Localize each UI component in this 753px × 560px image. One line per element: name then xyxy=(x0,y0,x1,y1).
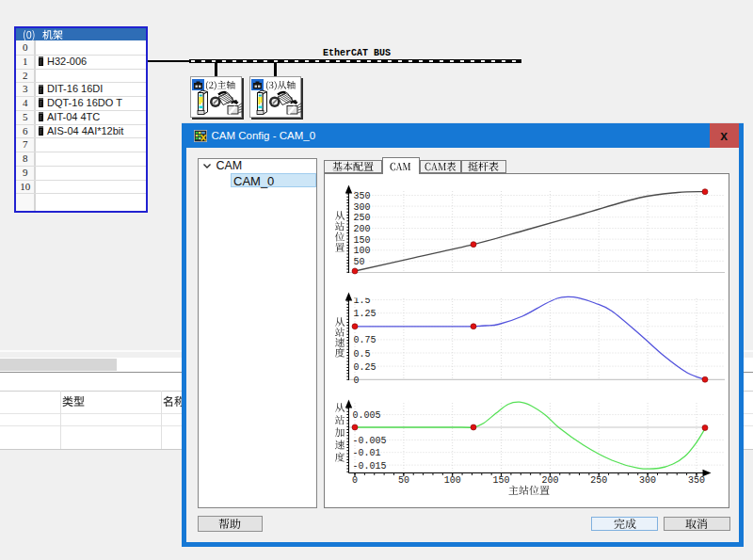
svg-text:150: 150 xyxy=(354,235,371,246)
svg-text:200: 200 xyxy=(354,224,371,234)
svg-text:300: 300 xyxy=(639,475,656,486)
svg-text:250: 250 xyxy=(354,213,371,223)
svg-text:0.75: 0.75 xyxy=(354,335,376,345)
svg-text:0: 0 xyxy=(352,475,358,486)
svg-text:250: 250 xyxy=(590,475,607,486)
svg-text:0.5: 0.5 xyxy=(354,349,371,360)
svg-text:100: 100 xyxy=(444,475,461,486)
svg-text:50: 50 xyxy=(354,257,365,267)
svg-text:200: 200 xyxy=(541,475,558,486)
svg-text:350: 350 xyxy=(354,191,371,201)
svg-text:0.25: 0.25 xyxy=(354,362,376,373)
svg-text:350: 350 xyxy=(688,475,705,486)
svg-text:1.5: 1.5 xyxy=(354,296,371,306)
svg-text:0: 0 xyxy=(354,376,360,386)
svg-text:-0.015: -0.015 xyxy=(353,461,387,472)
svg-text:50: 50 xyxy=(398,475,409,486)
svg-text:-0.01: -0.01 xyxy=(353,448,381,458)
svg-text:150: 150 xyxy=(492,475,509,486)
svg-text:100: 100 xyxy=(354,246,371,256)
svg-text:0.005: 0.005 xyxy=(353,410,381,421)
svg-text:300: 300 xyxy=(354,202,371,213)
svg-text:-0.005: -0.005 xyxy=(353,436,387,446)
svg-text:1.25: 1.25 xyxy=(354,309,376,319)
